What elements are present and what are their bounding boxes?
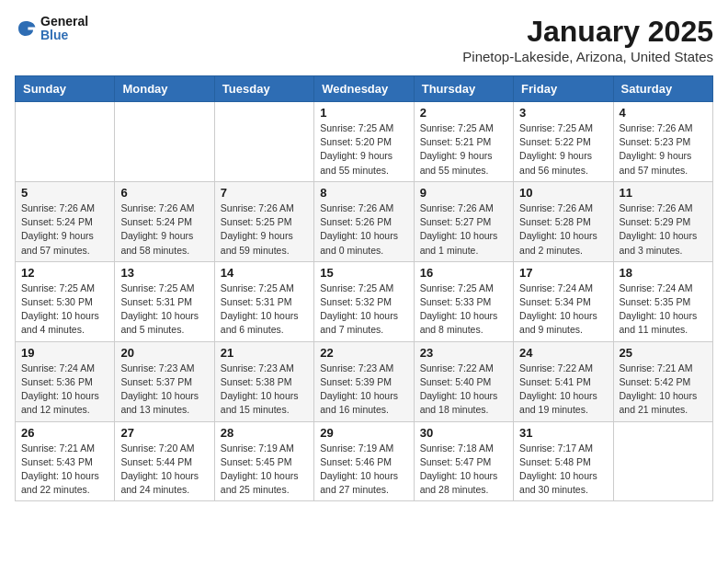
day-info: Sunrise: 7:26 AMSunset: 5:29 PMDaylight:… bbox=[620, 201, 707, 258]
day-number: 8 bbox=[320, 186, 407, 200]
calendar-cell: 25Sunrise: 7:21 AMSunset: 5:42 PMDayligh… bbox=[613, 341, 712, 421]
logo: General Blue bbox=[15, 15, 88, 43]
calendar-cell: 2Sunrise: 7:25 AMSunset: 5:21 PMDaylight… bbox=[414, 102, 513, 182]
day-info: Sunrise: 7:25 AMSunset: 5:22 PMDaylight:… bbox=[519, 121, 607, 178]
location-subtitle: Pinetop-Lakeside, Arizona, United States bbox=[462, 49, 713, 64]
calendar-cell: 31Sunrise: 7:17 AMSunset: 5:48 PMDayligh… bbox=[514, 421, 613, 501]
day-number: 31 bbox=[519, 426, 607, 440]
calendar-cell: 13Sunrise: 7:25 AMSunset: 5:31 PMDayligh… bbox=[115, 261, 214, 341]
calendar-week-row: 5Sunrise: 7:26 AMSunset: 5:24 PMDaylight… bbox=[16, 181, 713, 261]
title-section: January 2025 Pinetop-Lakeside, Arizona, … bbox=[462, 15, 713, 64]
month-title: January 2025 bbox=[462, 15, 713, 49]
calendar-week-row: 26Sunrise: 7:21 AMSunset: 5:43 PMDayligh… bbox=[16, 421, 713, 501]
day-number: 22 bbox=[320, 346, 407, 360]
day-number: 16 bbox=[420, 266, 507, 280]
day-number: 21 bbox=[221, 346, 308, 360]
day-info: Sunrise: 7:22 AMSunset: 5:41 PMDaylight:… bbox=[519, 362, 607, 418]
weekday-header-wednesday: Wednesday bbox=[314, 76, 414, 102]
day-number: 11 bbox=[620, 186, 707, 200]
logo-text: General Blue bbox=[40, 15, 88, 43]
day-info: Sunrise: 7:26 AMSunset: 5:24 PMDaylight:… bbox=[120, 201, 208, 258]
day-info: Sunrise: 7:25 AMSunset: 5:31 PMDaylight:… bbox=[120, 282, 208, 338]
day-info: Sunrise: 7:26 AMSunset: 5:25 PMDaylight:… bbox=[221, 201, 308, 258]
day-info: Sunrise: 7:25 AMSunset: 5:31 PMDaylight:… bbox=[221, 282, 308, 338]
weekday-header-row: SundayMondayTuesdayWednesdayThursdayFrid… bbox=[16, 76, 713, 102]
calendar-cell: 26Sunrise: 7:21 AMSunset: 5:43 PMDayligh… bbox=[16, 421, 115, 501]
day-number: 4 bbox=[620, 106, 707, 120]
day-number: 27 bbox=[120, 426, 208, 440]
day-number: 1 bbox=[320, 106, 407, 120]
logo-icon bbox=[15, 17, 37, 40]
day-number: 6 bbox=[120, 186, 208, 200]
day-number: 24 bbox=[519, 346, 607, 360]
day-number: 30 bbox=[420, 426, 507, 440]
calendar-cell: 15Sunrise: 7:25 AMSunset: 5:32 PMDayligh… bbox=[314, 261, 414, 341]
day-number: 23 bbox=[420, 346, 507, 360]
calendar-cell bbox=[115, 102, 214, 182]
day-info: Sunrise: 7:17 AMSunset: 5:48 PMDaylight:… bbox=[519, 442, 607, 498]
calendar-cell bbox=[613, 421, 712, 501]
calendar-cell: 24Sunrise: 7:22 AMSunset: 5:41 PMDayligh… bbox=[514, 341, 613, 421]
day-number: 29 bbox=[320, 426, 407, 440]
day-number: 13 bbox=[120, 266, 208, 280]
weekday-header-sunday: Sunday bbox=[16, 76, 115, 102]
calendar-cell: 30Sunrise: 7:18 AMSunset: 5:47 PMDayligh… bbox=[414, 421, 513, 501]
calendar-cell: 19Sunrise: 7:24 AMSunset: 5:36 PMDayligh… bbox=[16, 341, 115, 421]
day-info: Sunrise: 7:26 AMSunset: 5:26 PMDaylight:… bbox=[320, 201, 407, 258]
calendar-cell: 5Sunrise: 7:26 AMSunset: 5:24 PMDaylight… bbox=[16, 181, 115, 261]
day-info: Sunrise: 7:25 AMSunset: 5:32 PMDaylight:… bbox=[320, 282, 407, 338]
calendar-table: SundayMondayTuesdayWednesdayThursdayFrid… bbox=[15, 75, 713, 501]
day-number: 14 bbox=[221, 266, 308, 280]
calendar-week-row: 1Sunrise: 7:25 AMSunset: 5:20 PMDaylight… bbox=[16, 102, 713, 182]
day-number: 7 bbox=[221, 186, 308, 200]
calendar-cell: 17Sunrise: 7:24 AMSunset: 5:34 PMDayligh… bbox=[514, 261, 613, 341]
calendar-cell: 10Sunrise: 7:26 AMSunset: 5:28 PMDayligh… bbox=[514, 181, 613, 261]
logo-blue-text: Blue bbox=[40, 29, 88, 42]
day-info: Sunrise: 7:26 AMSunset: 5:24 PMDaylight:… bbox=[21, 201, 108, 258]
day-number: 19 bbox=[21, 346, 108, 360]
calendar-cell: 27Sunrise: 7:20 AMSunset: 5:44 PMDayligh… bbox=[115, 421, 214, 501]
calendar-week-row: 12Sunrise: 7:25 AMSunset: 5:30 PMDayligh… bbox=[16, 261, 713, 341]
day-number: 17 bbox=[519, 266, 607, 280]
day-number: 3 bbox=[519, 106, 607, 120]
calendar-cell: 20Sunrise: 7:23 AMSunset: 5:37 PMDayligh… bbox=[115, 341, 214, 421]
logo-general-text: General bbox=[40, 15, 88, 29]
day-number: 5 bbox=[21, 186, 108, 200]
calendar-cell: 23Sunrise: 7:22 AMSunset: 5:40 PMDayligh… bbox=[414, 341, 513, 421]
calendar-cell: 11Sunrise: 7:26 AMSunset: 5:29 PMDayligh… bbox=[613, 181, 712, 261]
day-info: Sunrise: 7:26 AMSunset: 5:23 PMDaylight:… bbox=[620, 121, 707, 178]
weekday-header-monday: Monday bbox=[115, 76, 214, 102]
day-number: 10 bbox=[519, 186, 607, 200]
day-info: Sunrise: 7:23 AMSunset: 5:37 PMDaylight:… bbox=[120, 362, 208, 418]
weekday-header-thursday: Thursday bbox=[414, 76, 513, 102]
calendar-cell: 8Sunrise: 7:26 AMSunset: 5:26 PMDaylight… bbox=[314, 181, 414, 261]
day-number: 26 bbox=[21, 426, 108, 440]
calendar-cell bbox=[16, 102, 115, 182]
day-info: Sunrise: 7:21 AMSunset: 5:43 PMDaylight:… bbox=[21, 442, 108, 498]
day-info: Sunrise: 7:25 AMSunset: 5:33 PMDaylight:… bbox=[420, 282, 507, 338]
calendar-cell: 9Sunrise: 7:26 AMSunset: 5:27 PMDaylight… bbox=[414, 181, 513, 261]
calendar-cell: 7Sunrise: 7:26 AMSunset: 5:25 PMDaylight… bbox=[214, 181, 313, 261]
day-info: Sunrise: 7:23 AMSunset: 5:39 PMDaylight:… bbox=[320, 362, 407, 418]
day-info: Sunrise: 7:26 AMSunset: 5:28 PMDaylight:… bbox=[519, 201, 607, 258]
day-number: 18 bbox=[620, 266, 707, 280]
day-number: 28 bbox=[221, 426, 308, 440]
calendar-cell: 22Sunrise: 7:23 AMSunset: 5:39 PMDayligh… bbox=[314, 341, 414, 421]
day-info: Sunrise: 7:24 AMSunset: 5:34 PMDaylight:… bbox=[519, 282, 607, 338]
day-number: 20 bbox=[120, 346, 208, 360]
day-number: 9 bbox=[420, 186, 507, 200]
day-number: 15 bbox=[320, 266, 407, 280]
day-number: 12 bbox=[21, 266, 108, 280]
calendar-cell: 16Sunrise: 7:25 AMSunset: 5:33 PMDayligh… bbox=[414, 261, 513, 341]
calendar-cell bbox=[214, 102, 313, 182]
calendar-cell: 1Sunrise: 7:25 AMSunset: 5:20 PMDaylight… bbox=[314, 102, 414, 182]
calendar-cell: 28Sunrise: 7:19 AMSunset: 5:45 PMDayligh… bbox=[214, 421, 313, 501]
weekday-header-saturday: Saturday bbox=[613, 76, 712, 102]
day-info: Sunrise: 7:22 AMSunset: 5:40 PMDaylight:… bbox=[420, 362, 507, 418]
day-info: Sunrise: 7:25 AMSunset: 5:30 PMDaylight:… bbox=[21, 282, 108, 338]
calendar-cell: 6Sunrise: 7:26 AMSunset: 5:24 PMDaylight… bbox=[115, 181, 214, 261]
weekday-header-friday: Friday bbox=[514, 76, 613, 102]
day-info: Sunrise: 7:23 AMSunset: 5:38 PMDaylight:… bbox=[221, 362, 308, 418]
day-info: Sunrise: 7:24 AMSunset: 5:36 PMDaylight:… bbox=[21, 362, 108, 418]
day-info: Sunrise: 7:18 AMSunset: 5:47 PMDaylight:… bbox=[420, 442, 507, 498]
